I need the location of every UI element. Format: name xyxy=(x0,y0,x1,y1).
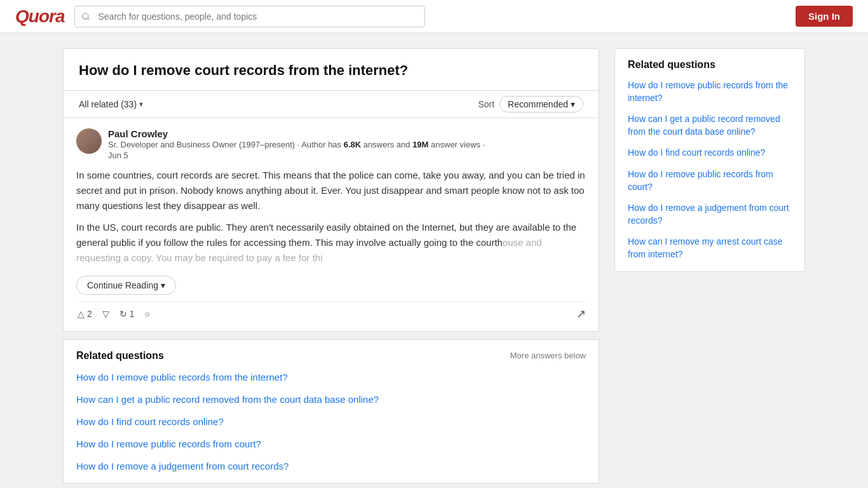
chevron-down-icon: ▾ xyxy=(571,99,575,109)
sign-in-button[interactable]: Sign In xyxy=(796,6,853,27)
sort-label: Sort xyxy=(478,99,494,109)
answer-date: Jun 5 xyxy=(108,151,485,160)
related-box-title: Related questions xyxy=(76,350,164,362)
sidebar-title: Related questions xyxy=(628,59,792,71)
upvote-button[interactable]: △ 2 xyxy=(76,308,93,320)
left-column: How do I remove court records from the i… xyxy=(63,48,599,488)
chevron-down-icon: ▾ xyxy=(161,280,165,290)
upvote-count: 2 xyxy=(87,309,92,319)
answer-fade-section: In the US, court records are public. The… xyxy=(76,220,586,295)
related-questions-box: Related questions More answers below How… xyxy=(63,339,599,484)
comment-icon: ○ xyxy=(145,309,150,319)
author-bio: Sr. Developer and Business Owner (1997–p… xyxy=(108,139,485,151)
right-column: Related questions How do I remove public… xyxy=(614,48,805,488)
related-link-5[interactable]: How do I remove a judgement from court r… xyxy=(76,459,586,473)
reshare-button[interactable]: ↻ 1 xyxy=(118,308,136,320)
related-link-1[interactable]: How do I remove public records from the … xyxy=(76,370,586,384)
sort-value: Recommended xyxy=(508,99,568,109)
header: Quora Sign In xyxy=(0,0,868,33)
views-count: 19M xyxy=(412,140,428,149)
answer-paragraph-1: In some countries, court records are sec… xyxy=(76,168,586,214)
avatar-image xyxy=(76,128,102,154)
sort-dropdown[interactable]: Recommended ▾ xyxy=(499,96,583,112)
sidebar-link-5[interactable]: How do I remove a judgement from court r… xyxy=(628,202,792,227)
search-container xyxy=(74,6,424,27)
author-info: Paul Crowley Sr. Developer and Business … xyxy=(108,128,485,160)
share-icon: ↗ xyxy=(576,308,586,320)
sidebar-link-4[interactable]: How do I remove public records from cour… xyxy=(628,168,792,193)
more-answers-label: More answers below xyxy=(510,351,586,360)
related-link-4[interactable]: How do I remove public records from cour… xyxy=(76,437,586,451)
sort-area: Sort Recommended ▾ xyxy=(478,96,583,112)
share-button[interactable]: ↗ xyxy=(576,307,586,321)
answer-paragraph-2-visible: In the US, court records are public. The… xyxy=(76,220,586,266)
related-link-3[interactable]: How do I find court records online? xyxy=(76,415,586,428)
views-suffix: answer views · xyxy=(428,140,485,149)
sidebar-link-6[interactable]: How can I remove my arrest court case fr… xyxy=(628,236,792,261)
question-title: How do I remove court records from the i… xyxy=(79,62,583,80)
answer-controls: All related (33) ▾ Sort Recommended ▾ xyxy=(63,91,599,118)
avatar[interactable] xyxy=(76,128,102,154)
sidebar-link-3[interactable]: How do I find court records online? xyxy=(628,147,792,159)
vote-row: △ 2 ▽ ↻ 1 ○ ↗ xyxy=(76,301,586,321)
main-container: How do I remove court records from the i… xyxy=(53,33,815,488)
answer-card: Paul Crowley Sr. Developer and Business … xyxy=(63,118,599,332)
chevron-down-icon: ▾ xyxy=(139,100,143,109)
search-input[interactable] xyxy=(74,6,424,27)
sidebar-box: Related questions How do I remove public… xyxy=(614,48,805,272)
all-related-label: All related (33) xyxy=(79,99,137,109)
author-row: Paul Crowley Sr. Developer and Business … xyxy=(76,128,586,160)
reshare-count: 1 xyxy=(130,309,135,319)
upvote-icon: △ xyxy=(78,309,85,319)
continue-reading-label: Continue Reading xyxy=(87,280,158,290)
question-box: How do I remove court records from the i… xyxy=(63,48,599,91)
related-link-2[interactable]: How can I get a public record removed fr… xyxy=(76,393,586,406)
continue-reading-button[interactable]: Continue Reading ▾ xyxy=(76,276,176,295)
comment-button[interactable]: ○ xyxy=(144,308,151,320)
related-box-header: Related questions More answers below xyxy=(76,350,586,362)
reshare-icon: ↻ xyxy=(119,309,127,319)
answers-count: 6.8K xyxy=(344,140,361,149)
answers-suffix: answers and xyxy=(361,140,412,149)
downvote-icon: ▽ xyxy=(102,309,109,319)
quora-logo[interactable]: Quora xyxy=(15,6,64,27)
author-name[interactable]: Paul Crowley xyxy=(108,128,485,139)
author-bio-prefix: Sr. Developer and Business Owner (1997–p… xyxy=(108,140,344,149)
sidebar-link-2[interactable]: How can I get a public record removed fr… xyxy=(628,113,792,138)
all-related-toggle[interactable]: All related (33) ▾ xyxy=(79,99,143,109)
sidebar-link-1[interactable]: How do I remove public records from the … xyxy=(628,79,792,104)
downvote-button[interactable]: ▽ xyxy=(101,308,111,320)
